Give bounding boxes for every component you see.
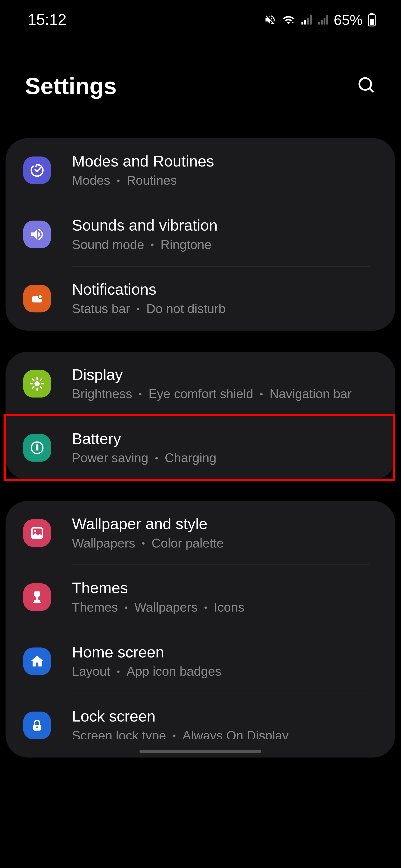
item-title: Battery (72, 430, 217, 448)
svg-line-12 (33, 379, 34, 380)
item-subtitle: Wallpapers•Color palette (72, 536, 224, 551)
svg-point-6 (38, 294, 42, 299)
themes-icon (23, 583, 51, 611)
item-title: Sounds and vibration (72, 217, 218, 235)
item-title: Home screen (72, 644, 222, 661)
svg-line-14 (33, 387, 34, 388)
notifications-icon (23, 285, 51, 313)
wallpaper-icon (23, 519, 51, 547)
wifi-icon (282, 14, 295, 26)
item-modes-routines[interactable]: Modes and Routines Modes•Routines (6, 138, 395, 203)
item-subtitle: Sound mode•Ringtone (72, 237, 218, 252)
svg-rect-18 (36, 444, 37, 445)
svg-line-4 (369, 88, 373, 92)
sound-icon (23, 221, 51, 248)
item-title: Lock screen (72, 708, 289, 725)
item-title: Themes (72, 580, 245, 597)
svg-line-15 (40, 379, 41, 380)
svg-point-24 (36, 726, 38, 728)
battery-status-icon (368, 13, 376, 27)
item-title: Wallpaper and style (72, 516, 224, 533)
item-title: Notifications (72, 281, 226, 299)
settings-group-1: Modes and Routines Modes•Routines Sounds… (6, 138, 395, 331)
signal-1-icon (300, 14, 312, 26)
svg-line-13 (40, 387, 41, 388)
home-icon (23, 647, 51, 675)
item-subtitle: Modes•Routines (72, 173, 214, 188)
item-lock-screen[interactable]: Lock screen Screen lock type•Always On D… (6, 693, 395, 757)
svg-point-7 (34, 381, 40, 386)
item-sounds-vibration[interactable]: Sounds and vibration Sound mode•Ringtone (6, 203, 395, 267)
item-subtitle: Layout•App icon badges (72, 664, 222, 679)
svg-rect-21 (34, 591, 40, 596)
item-notifications[interactable]: Notifications Status bar•Do not disturb (6, 267, 395, 331)
item-wallpaper-style[interactable]: Wallpaper and style Wallpapers•Color pal… (6, 501, 395, 565)
routines-icon (23, 156, 51, 184)
search-icon[interactable] (357, 76, 376, 97)
settings-group-3: Wallpaper and style Wallpapers•Color pal… (6, 501, 395, 757)
item-subtitle: Status bar•Do not disturb (72, 301, 226, 316)
lock-icon (23, 712, 51, 740)
svg-rect-2 (370, 19, 374, 25)
item-title: Modes and Routines (72, 153, 214, 170)
item-title: Display (72, 366, 352, 384)
svg-point-20 (34, 530, 36, 532)
settings-group-2: Display Brightness•Eye comfort shield•Na… (6, 351, 395, 480)
nav-handle[interactable] (140, 750, 261, 753)
page-header: Settings (0, 40, 401, 138)
signal-2-icon (317, 14, 328, 26)
bottom-bar (17, 739, 384, 745)
status-indicators: 65% (264, 11, 376, 28)
item-home-screen[interactable]: Home screen Layout•App icon badges (6, 629, 395, 693)
item-subtitle: Themes•Wallpapers•Icons (72, 600, 245, 615)
svg-point-3 (360, 78, 371, 90)
item-subtitle: Power saving•Charging (72, 451, 217, 466)
item-battery[interactable]: Battery Power saving•Charging (6, 416, 395, 480)
status-time: 15:12 (28, 11, 67, 29)
mute-icon (264, 14, 276, 26)
display-icon (23, 370, 51, 398)
item-display[interactable]: Display Brightness•Eye comfort shield•Na… (6, 351, 395, 416)
item-subtitle: Brightness•Eye comfort shield•Navigation… (72, 386, 352, 401)
svg-rect-17 (36, 445, 38, 451)
battery-icon (23, 434, 51, 462)
item-themes[interactable]: Themes Themes•Wallpapers•Icons (6, 565, 395, 629)
status-bar: 15:12 65% (0, 0, 401, 40)
battery-percent: 65% (334, 11, 363, 28)
svg-rect-22 (36, 596, 38, 600)
page-title: Settings (25, 73, 117, 99)
